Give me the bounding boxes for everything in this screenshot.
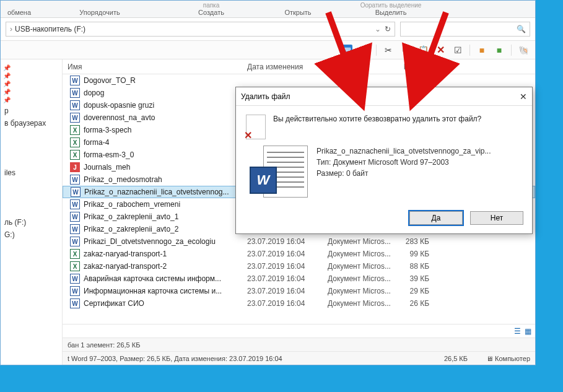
file-name: zakaz-naryad-transport-1 — [84, 250, 242, 258]
copy-icon[interactable]: ⧉ — [400, 45, 411, 56]
file-icon — [70, 298, 80, 308]
file-type: Документ Micros... — [323, 262, 397, 271]
status-detail: t Word 97–2003, Размер: 26,5 КБ, Дата из… — [68, 355, 282, 362]
ribbon-group-open[interactable]: Открыть — [261, 9, 335, 16]
file-name: Journals_meh — [84, 163, 242, 172]
pin-icon: 📌 — [3, 97, 59, 103]
file-row[interactable]: Сертификат СИО23.07.2019 16:04Документ M… — [63, 297, 535, 310]
paste-icon[interactable]: 📋 — [417, 45, 429, 56]
col-size[interactable]: Размер — [397, 63, 434, 71]
pin-icon: 📌 — [3, 64, 59, 71]
ribbon-label: Открыть — [261, 9, 335, 16]
shell-icon[interactable]: 🐚 — [518, 45, 529, 56]
separator — [376, 45, 377, 56]
file-name: Информационная карточка системы и... — [84, 287, 242, 295]
file-icon — [70, 274, 80, 284]
close-icon[interactable]: ✕ — [520, 92, 527, 102]
file-row[interactable]: Prikazi_Dl_otvetstvennogo_za_ecologiu23.… — [63, 235, 535, 248]
file-name: doverennost_na_avto — [84, 113, 242, 122]
file-name: Prikaz_o_naznachenii_lica_otvetstvennog.… — [84, 188, 243, 196]
sidebar-item[interactable]: iles — [3, 167, 59, 179]
view-thumb-icon[interactable]: ▦ — [341, 45, 352, 56]
meta-filename: Prikaz_o_naznachenii_lica_otvetstvennogo… — [316, 146, 491, 157]
file-icon — [70, 224, 80, 234]
pin-icon: 📌 — [3, 81, 59, 87]
file-name: Prikaz_o_zakreplenii_avto_1 — [84, 212, 242, 221]
col-name[interactable]: Имя — [63, 63, 242, 71]
ribbon-group-exchange[interactable]: обмена — [1, 9, 38, 16]
file-date: 23.07.2019 16:04 — [242, 237, 323, 246]
file-name: Prikaz_o_rabochem_vremeni — [84, 200, 242, 209]
toolbar: ▦ ▭ ✂ ⧉ 📋 ✕ ☑ 🐚 — [1, 41, 535, 59]
file-icon — [70, 137, 80, 147]
cut-icon[interactable]: ✂ — [383, 45, 394, 56]
sidebar-item[interactable]: р — [3, 105, 59, 117]
file-icon — [70, 249, 80, 259]
delete-icon[interactable]: ✕ — [435, 45, 446, 56]
file-date: 23.07.2019 16:04 — [242, 287, 323, 295]
tool-orange-icon[interactable] — [476, 45, 487, 56]
breadcrumb[interactable]: USB-накопитель (F:) — [15, 25, 85, 33]
no-button[interactable]: Нет — [470, 211, 523, 225]
file-date: 23.07.2019 16:04 — [242, 250, 323, 258]
file-name: Аварийная карточка системы информ... — [84, 274, 242, 283]
file-name: Dogovor_TO_R — [84, 76, 242, 85]
sidebar-item[interactable]: в браузерах — [3, 117, 59, 129]
ribbon-label: Создать — [162, 9, 261, 16]
file-icon — [70, 76, 80, 85]
word-icon: W — [250, 167, 277, 194]
status-computer: Компьютер — [486, 355, 530, 362]
file-size: 29 КБ — [397, 287, 434, 295]
dropdown-chev-icon[interactable]: ⌄ — [375, 25, 381, 33]
tiles-view-icon[interactable]: ▦ — [525, 327, 531, 336]
address-field[interactable]: › USB-накопитель (F:) ⌄ ↻ — [6, 22, 395, 37]
search-input[interactable]: 🔍 — [400, 22, 530, 37]
sidebar-item[interactable]: G:) — [3, 229, 59, 241]
refresh-icon[interactable]: ↻ — [385, 25, 391, 33]
dialog-titlebar[interactable]: Удалить файл ✕ — [236, 87, 532, 106]
search-icon[interactable]: 🔍 — [517, 25, 526, 33]
properties-icon[interactable]: ☑ — [452, 45, 463, 56]
file-type: Документ Micros... — [323, 237, 397, 246]
file-type: Документ Micros... — [323, 287, 397, 295]
dialog-title: Удалить файл — [241, 92, 290, 101]
file-name: forma-esm-3_0 — [84, 150, 242, 159]
file-row[interactable]: zakaz-naryad-transport-223.07.2019 16:04… — [63, 260, 535, 272]
red-x-icon: ✕ — [244, 129, 252, 141]
file-icon — [70, 261, 80, 271]
file-name: zakaz-naryad-transport-2 — [84, 262, 242, 271]
file-size: 26 КБ — [397, 299, 434, 308]
ribbon: обмена Упорядочить папка Создать Открыть… — [1, 1, 535, 18]
separator — [469, 45, 470, 56]
file-size: 88 КБ — [397, 262, 434, 271]
file-type: Документ Micros... — [323, 299, 397, 308]
ribbon-group-create[interactable]: папка Создать — [162, 2, 261, 16]
ribbon-group-select[interactable]: Ооратить выделение Выделить — [335, 2, 447, 16]
status-bar-detail: t Word 97–2003, Размер: 26,5 КБ, Дата из… — [63, 351, 535, 365]
file-type: Документ Micros... — [323, 250, 397, 258]
status-selection: бан 1 элемент: 26,5 КБ — [68, 341, 140, 349]
details-view-icon[interactable]: ☰ — [514, 327, 521, 336]
file-size: 99 КБ — [397, 250, 434, 258]
ribbon-label-top: Ооратить выделение — [335, 2, 447, 9]
ribbon-group-organize[interactable]: Упорядочить — [38, 9, 162, 16]
file-name: Prikazi_Dl_otvetstvennogo_za_ecologiu — [84, 237, 242, 246]
yes-button[interactable]: Да — [409, 211, 463, 225]
file-type: Документ Micros... — [323, 274, 397, 283]
file-row[interactable]: Аварийная карточка системы информ...23.0… — [63, 272, 535, 285]
tool-green-icon[interactable] — [494, 45, 505, 56]
ribbon-label: Упорядочить — [38, 9, 162, 16]
file-name: Сертификат СИО — [84, 299, 242, 308]
delete-file-icon: ✕ — [246, 115, 266, 139]
file-row[interactable]: zakaz-naryad-transport-123.07.2019 16:04… — [63, 248, 535, 260]
view-list-icon[interactable]: ▭ — [359, 45, 370, 56]
dialog-question: Вы действительно хотите безвозвратно уда… — [273, 115, 481, 123]
file-icon — [71, 187, 81, 197]
file-row[interactable]: Dogovor_TO_R — [63, 74, 535, 87]
file-row[interactable]: Информационная карточка системы и...23.0… — [63, 285, 535, 297]
col-date[interactable]: Дата изменения — [242, 63, 323, 71]
col-type[interactable]: Тип — [323, 63, 397, 71]
sidebar-item[interactable]: ль (F:) — [3, 216, 59, 229]
file-icon — [70, 113, 80, 123]
ribbon-label: обмена — [1, 9, 38, 16]
